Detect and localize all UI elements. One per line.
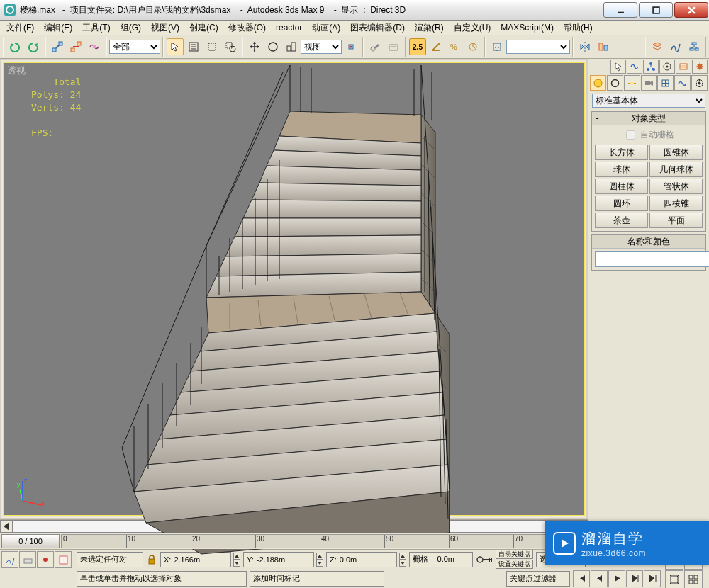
move-button[interactable] (246, 38, 263, 55)
main-toolbar: 全部 视图 2.5 % {} (0, 35, 709, 59)
minimize-button[interactable] (603, 2, 637, 18)
btn-cylinder[interactable]: 圆柱体 (595, 179, 648, 194)
cat-systems-button[interactable] (691, 75, 708, 91)
trackbar-mini-curve-button[interactable] (1, 551, 18, 568)
play-button[interactable] (608, 570, 625, 587)
schematic-view-button[interactable] (686, 38, 703, 55)
btn-torus[interactable]: 圆环 (595, 196, 648, 211)
cat-geometry-button[interactable] (590, 75, 606, 91)
subcategory-select[interactable]: 标准基本体 (592, 94, 705, 108)
menu-tools[interactable]: 工具(T) (79, 21, 113, 35)
spinner-snap-button[interactable] (464, 38, 481, 55)
rotate-button[interactable] (264, 38, 281, 55)
menu-reactor[interactable]: reactor (272, 22, 306, 33)
key-filters-button[interactable]: 关键点过滤器 (506, 571, 570, 587)
tab-create[interactable] (610, 60, 626, 74)
menu-customize[interactable]: 自定义(U) (450, 21, 495, 35)
svg-rect-21 (287, 46, 291, 51)
menu-maxscript[interactable]: MAXScript(M) (497, 22, 557, 33)
select-object-button[interactable] (167, 38, 184, 55)
undo-button[interactable] (6, 38, 23, 55)
selection-filter-select[interactable]: 全部 (109, 40, 160, 54)
named-sel-set-button[interactable]: {} (489, 38, 506, 55)
curve-editor-button[interactable] (667, 38, 684, 55)
keyboard-shortcut-button[interactable] (385, 38, 402, 55)
mirror-button[interactable] (576, 38, 593, 55)
cat-shapes-button[interactable] (607, 75, 623, 91)
menu-edit[interactable]: 编辑(E) (40, 21, 76, 35)
named-sel-select[interactable] (506, 40, 570, 54)
cat-spacewarps-button[interactable] (674, 75, 691, 91)
viewport-label: 透视 (7, 64, 26, 77)
maxscript-listener-button[interactable] (55, 551, 72, 568)
menu-help[interactable]: 帮助(H) (560, 21, 596, 35)
tab-utilities[interactable] (692, 60, 708, 74)
btn-tube[interactable]: 管状体 (649, 179, 703, 194)
cat-helpers-button[interactable] (657, 75, 674, 91)
unlink-button[interactable] (67, 38, 84, 55)
snap-toggle-button[interactable]: 2.5 (409, 38, 426, 55)
tab-modify[interactable] (627, 60, 642, 74)
viewport-perspective[interactable]: 透视 Total Polys: 24 Verts: 44 FPS: (1, 60, 586, 518)
btn-plane[interactable]: 平面 (649, 213, 703, 228)
tab-hierarchy[interactable] (643, 60, 659, 74)
select-by-name-button[interactable] (185, 38, 202, 55)
goto-end-button[interactable] (644, 570, 661, 587)
cat-lights-button[interactable] (624, 75, 640, 91)
pivot-center-button[interactable] (342, 38, 359, 55)
btn-cone[interactable]: 圆锥体 (649, 145, 703, 160)
ref-coord-select[interactable]: 视图 (301, 40, 342, 54)
zoom-extents-all-button[interactable] (684, 570, 703, 588)
percent-snap-button[interactable]: % (446, 38, 463, 55)
object-name-input[interactable] (595, 251, 709, 267)
autogrid-checkbox[interactable]: 自动栅格 (595, 128, 703, 145)
panel-tab-row (588, 59, 709, 74)
menu-grapheditors[interactable]: 图表编辑器(D) (347, 21, 408, 35)
btn-pyramid[interactable]: 四棱锥 (649, 196, 703, 211)
region-rect-button[interactable] (203, 38, 220, 55)
tab-display[interactable] (676, 60, 691, 74)
link-button[interactable] (49, 38, 66, 55)
svg-text:%: % (450, 43, 457, 51)
tick: 0 (62, 535, 67, 548)
btn-sphere[interactable]: 球体 (595, 162, 648, 177)
cat-cameras-button[interactable] (641, 75, 657, 91)
trackbar-filter-button[interactable] (19, 551, 36, 568)
maximize-button[interactable] (639, 2, 673, 18)
tick: 30 (255, 535, 264, 548)
next-frame-button[interactable] (626, 570, 643, 587)
menu-views[interactable]: 视图(V) (147, 21, 183, 35)
window-crossing-button[interactable] (222, 38, 239, 55)
scale-button[interactable] (283, 38, 300, 55)
goto-start-button[interactable] (573, 570, 590, 587)
rollout-head-object-type[interactable]: -对象类型 (592, 112, 705, 125)
trackbar-key-button[interactable] (37, 551, 54, 568)
tick: 40 (320, 535, 329, 548)
angle-snap-button[interactable] (428, 38, 445, 55)
layer-manager-button[interactable] (649, 38, 666, 55)
menu-rendering[interactable]: 渲染(R) (411, 21, 447, 35)
redo-button[interactable] (25, 38, 42, 55)
tab-motion[interactable] (659, 60, 675, 74)
prev-frame-button[interactable] (591, 570, 608, 587)
menu-modifiers[interactable]: 修改器(O) (225, 21, 269, 35)
menu-file[interactable]: 文件(F) (3, 21, 38, 35)
time-tag-input[interactable]: 添加时间标记 (250, 571, 384, 587)
close-button[interactable] (674, 2, 708, 18)
scroll-left-button[interactable] (0, 520, 13, 533)
time-slider[interactable]: 0 / 100 (1, 534, 60, 548)
rollout-head-name-color[interactable]: -名称和颜色 (592, 235, 705, 249)
menu-animation[interactable]: 动画(A) (308, 21, 344, 35)
align-button[interactable] (595, 38, 612, 55)
btn-box[interactable]: 长方体 (595, 145, 648, 160)
bind-spacewarp-button[interactable] (86, 38, 103, 55)
btn-teapot[interactable]: 茶壶 (595, 213, 648, 228)
svg-rect-34 (692, 43, 696, 45)
zoom-extents-button[interactable] (665, 570, 683, 588)
svg-rect-113 (671, 576, 678, 583)
btn-geosphere[interactable]: 几何球体 (649, 162, 703, 177)
manipulate-button[interactable] (367, 38, 384, 55)
menu-group[interactable]: 组(G) (117, 21, 145, 35)
titlebar: 楼梯.max - 项目文件夹: D:\用户目录\我的文档\3dsmax - Au… (0, 0, 709, 21)
menu-create[interactable]: 创建(C) (186, 21, 222, 35)
